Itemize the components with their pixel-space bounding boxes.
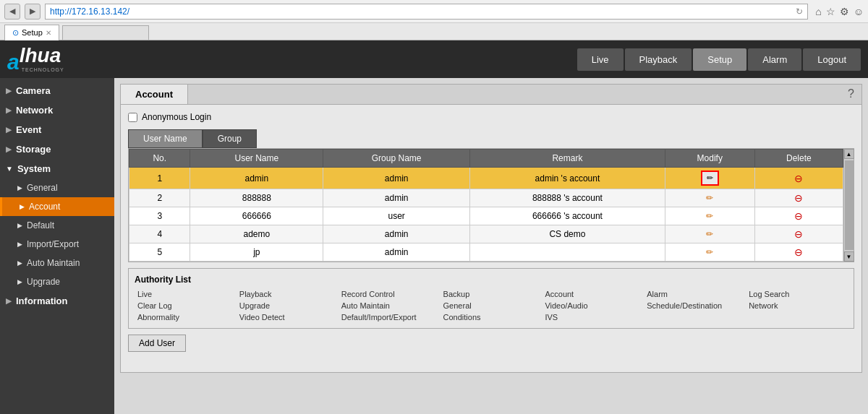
home-icon[interactable]: ⌂ [815,6,821,17]
cell-delete[interactable]: ⊖ [754,189,843,207]
sidebar-label-information: Information [16,296,68,306]
edit-icon-4[interactable]: ✏ [706,247,713,257]
edit-icon-3[interactable]: ✏ [706,229,713,239]
account-arrow-icon: ▶ [20,203,25,210]
cell-username: ademo [190,225,323,243]
upgrade-arrow-icon: ▶ [17,278,22,285]
cell-group: admin [323,243,470,262]
cell-modify[interactable]: ✏ [665,207,754,225]
help-icon[interactable]: ? [841,85,861,104]
sidebar-item-information[interactable]: ▶ Information [0,291,114,311]
delete-icon-4[interactable]: ⊖ [794,246,803,258]
storage-arrow-icon: ▶ [6,145,12,153]
table-scrollbar[interactable]: ▲ ▼ [843,149,854,262]
tab-panel: Account ? Anonymous Login User Name Grou… [120,84,862,373]
user-name-tab[interactable]: User Name [128,129,203,148]
cell-no: 3 [129,207,190,225]
tab-close-icon[interactable]: ✕ [46,29,51,37]
event-arrow-icon: ▶ [6,126,12,134]
edit-icon-2[interactable]: ✏ [706,211,713,221]
sidebar-label-storage: Storage [16,144,51,155]
browser-tab-setup[interactable]: ⊙ Setup ✕ [4,25,59,40]
sidebar-item-auto-maintain[interactable]: ▶ Auto Maintain [0,254,114,272]
sidebar-item-storage[interactable]: ▶ Storage [0,139,114,159]
automaintain-arrow-icon: ▶ [17,259,22,267]
sidebar-label-general: General [27,183,58,193]
tab-bar: ⊙ Setup ✕ [0,23,868,40]
nav-setup[interactable]: Setup [693,48,746,71]
dahua-logo: a lhua TECHNOLOGY [7,44,64,74]
cell-modify[interactable]: ✏ [665,225,754,243]
cell-modify[interactable]: ✏ [665,189,754,207]
add-user-button[interactable]: Add User [128,335,186,352]
delete-icon-2[interactable]: ⊖ [794,210,803,222]
app-header: a lhua TECHNOLOGY Live Playback Setup Al… [0,40,868,78]
nav-alarm[interactable]: Alarm [748,48,801,71]
col-no: No. [129,150,190,168]
group-tab[interactable]: Group [203,129,257,148]
cell-delete[interactable]: ⊖ [754,225,843,243]
cell-group: admin [323,189,470,207]
modify-btn-0[interactable]: ✏ [701,171,719,186]
sidebar-label-network: Network [16,105,53,116]
refresh-icon[interactable]: ↻ [796,7,803,17]
sidebar-item-network[interactable]: ▶ Network [0,100,114,120]
nav-logout[interactable]: Logout [803,48,861,71]
cell-modify[interactable]: ✏ [665,243,754,262]
col-delete: Delete [754,150,843,168]
authority-section: Authority List LivePlaybackRecord Contro… [128,268,854,329]
authority-item: Log Search [746,289,848,299]
sidebar-item-import-export[interactable]: ▶ Import/Export [0,235,114,254]
edit-icon-1[interactable]: ✏ [706,193,713,203]
authority-item: Account [542,289,644,299]
anon-login-checkbox[interactable] [128,113,137,122]
delete-icon-0[interactable]: ⊖ [794,173,803,184]
sidebar-item-upgrade[interactable]: ▶ Upgrade [0,272,114,291]
nav-live[interactable]: Live [577,48,624,71]
delete-icon-3[interactable]: ⊖ [794,228,803,240]
authority-item: Backup [441,289,542,299]
authority-item: General [441,301,542,311]
cell-remark: CS demo [470,225,665,243]
sidebar-label-account: Account [29,202,60,212]
sidebar-item-event[interactable]: ▶ Event [0,120,114,139]
authority-item: Clear Log [135,301,237,311]
cell-username: jp [190,243,323,262]
cell-delete[interactable]: ⊖ [754,243,843,262]
authority-item: Live [135,289,237,299]
browser-chrome: ◀ ▶ http://172.16.13.142/ ↻ ⌂ ☆ ⚙ ☺ [0,0,868,23]
cell-username: 888888 [190,189,323,207]
new-tab-area[interactable] [62,25,149,40]
cell-modify[interactable]: ✏ [665,168,754,189]
sidebar-item-default[interactable]: ▶ Default [0,216,114,235]
back-button[interactable]: ◀ [4,4,20,20]
scroll-thumb[interactable] [845,160,854,250]
tab-title: Setup [22,28,43,37]
cell-group: user [323,207,470,225]
favorites-icon[interactable]: ☆ [826,6,835,17]
address-bar[interactable]: http://172.16.13.142/ ↻ [45,4,808,20]
content-inner: Anonymous Login User Name Group No. [121,105,861,359]
settings-icon[interactable]: ⚙ [840,6,849,17]
col-username: User Name [190,150,323,168]
delete-icon-1[interactable]: ⊖ [794,192,803,204]
sidebar-item-account[interactable]: ▶ Account [0,197,114,216]
forward-button[interactable]: ▶ [25,4,41,20]
sidebar-item-general[interactable]: ▶ General [0,178,114,197]
cell-delete[interactable]: ⊖ [754,207,843,225]
sidebar-item-camera[interactable]: ▶ Camera [0,81,114,100]
scroll-up-btn[interactable]: ▲ [844,149,854,159]
table-row: 4 ademo admin CS demo ✏ ⊖ [129,225,843,243]
user-icon[interactable]: ☺ [854,6,864,17]
tab-account[interactable]: Account [121,85,188,104]
header-nav: Live Playback Setup Alarm Logout [577,48,861,71]
authority-item: Network [746,301,848,311]
cell-delete[interactable]: ⊖ [754,168,843,189]
sidebar-item-system[interactable]: ▼ System [0,159,114,178]
nav-playback[interactable]: Playback [625,48,692,71]
col-groupname: Group Name [323,150,470,168]
scroll-down-btn[interactable]: ▼ [844,251,854,262]
content-area: Account ? Anonymous Login User Name Grou… [114,78,868,414]
general-arrow-icon: ▶ [17,184,22,191]
authority-item: Abnormality [135,312,237,322]
